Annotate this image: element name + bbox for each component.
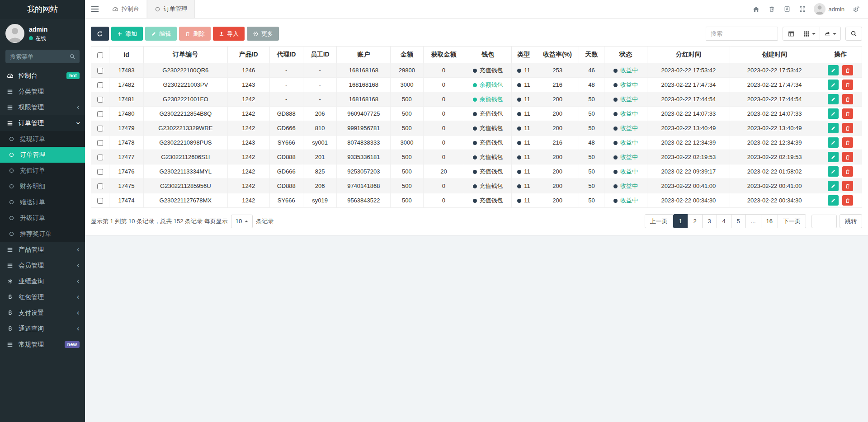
status-label: 收益中 — [620, 154, 638, 160]
user-menu[interactable]: admin — [810, 3, 848, 15]
page-number-button[interactable]: 1 — [673, 214, 688, 228]
search-icon — [850, 30, 857, 37]
sidebar-item-通道查询[interactable]: 通道查询 ‹ — [0, 321, 85, 337]
toolbar: 添加 编辑 删除 导入 更多 — [91, 27, 862, 41]
cell-wallet: 充值钱包 — [464, 121, 512, 136]
row-checkbox[interactable] — [97, 140, 103, 146]
sidebar-item-会员管理[interactable]: 会员管理 ‹ — [0, 258, 85, 273]
sidebar-item-支付设置[interactable]: 支付设置 ‹ — [0, 305, 85, 321]
column-header: 获取金额 — [423, 47, 464, 63]
sidebar-item-业绩查询[interactable]: 业绩查询 ‹ — [0, 273, 85, 289]
page-ellipsis-button[interactable]: ... — [745, 214, 761, 228]
sidebar-item-控制台[interactable]: 控制台 hot — [0, 68, 85, 84]
status-label: 收益中 — [620, 125, 638, 131]
cell-days: 50 — [579, 121, 604, 136]
page-number-button[interactable]: 16 — [761, 214, 778, 228]
row-edit-button[interactable] — [828, 181, 839, 191]
row-edit-button[interactable] — [828, 94, 839, 104]
jump-button[interactable]: 跳转 — [840, 214, 862, 228]
page-number-button[interactable]: 5 — [731, 214, 746, 228]
select-all-checkbox[interactable] — [97, 52, 103, 58]
cell-account: 168168168 — [337, 78, 391, 92]
language-button[interactable] — [779, 0, 795, 19]
cell-status: 收益中 — [604, 78, 647, 92]
sidebar-item-label: 权限管理 — [19, 103, 44, 112]
tab-dashboard[interactable]: 控制台 — [105, 0, 147, 18]
menu-search-input[interactable] — [5, 50, 80, 63]
table-search-input[interactable] — [706, 27, 778, 41]
tab-order-management[interactable]: 订单管理 — [147, 0, 195, 18]
row-checkbox[interactable] — [97, 82, 103, 88]
row-checkbox[interactable] — [97, 97, 103, 103]
edit-button[interactable]: 编辑 — [145, 27, 177, 41]
page-number-button[interactable]: 2 — [688, 214, 703, 228]
row-edit-button[interactable] — [828, 195, 839, 206]
clear-cache-button[interactable] — [764, 0, 779, 19]
row-delete-button[interactable] — [842, 94, 853, 104]
row-delete-button[interactable] — [842, 123, 853, 133]
cell-dividend-time: 2023-02-22 02:19:53 — [647, 150, 730, 164]
row-checkbox[interactable] — [97, 198, 103, 204]
row-delete-button[interactable] — [842, 195, 853, 206]
page-number-button[interactable]: 4 — [717, 214, 731, 228]
sidebar-subitem-财务明细[interactable]: 财务明细 — [0, 178, 85, 194]
sidebar-item-红包管理[interactable]: 红包管理 ‹ — [0, 289, 85, 305]
row-checkbox[interactable] — [97, 68, 103, 74]
sidebar-item-分类管理[interactable]: 分类管理 — [0, 84, 85, 99]
sidebar-subitem-提现订单[interactable]: 提现订单 — [0, 131, 85, 147]
sidebar-item-订单管理[interactable]: 订单管理 ‹ — [0, 115, 85, 131]
more-button[interactable]: 更多 — [247, 27, 279, 41]
sidebar-toggle-button[interactable] — [85, 0, 105, 18]
row-delete-button[interactable] — [842, 108, 853, 119]
row-edit-button[interactable] — [828, 166, 839, 177]
sidebar-subitem-升级订单[interactable]: 升级订单 — [0, 210, 85, 226]
import-button[interactable]: 导入 — [213, 27, 245, 41]
sidebar-item-产品管理[interactable]: 产品管理 ‹ — [0, 242, 85, 258]
settings-button[interactable] — [848, 0, 863, 19]
row-edit-button[interactable] — [828, 152, 839, 162]
row-delete-button[interactable] — [842, 181, 853, 191]
sidebar-subitem-推荐奖订单[interactable]: 推荐奖订单 — [0, 226, 85, 242]
row-checkbox[interactable] — [97, 111, 103, 117]
prev-page-button[interactable]: 上一页 — [645, 214, 673, 228]
row-edit-button[interactable] — [828, 108, 839, 119]
btc-icon — [5, 294, 14, 300]
row-edit-button[interactable] — [828, 137, 839, 148]
cell-rate: 200 — [536, 92, 579, 107]
row-checkbox[interactable] — [97, 126, 103, 131]
cell-select — [91, 179, 109, 193]
row-checkbox[interactable] — [97, 183, 103, 189]
row-delete-button[interactable] — [842, 137, 853, 148]
next-page-button[interactable]: 下一页 — [778, 214, 806, 228]
row-checkbox[interactable] — [97, 169, 103, 175]
row-edit-button[interactable] — [828, 65, 839, 75]
row-checkbox[interactable] — [97, 155, 103, 160]
circle-o-icon — [7, 215, 16, 221]
row-delete-button[interactable] — [842, 65, 853, 75]
pagination: 上一页 12345...16 下一页 跳转 — [645, 214, 862, 228]
row-delete-button[interactable] — [842, 166, 853, 177]
row-delete-button[interactable] — [842, 152, 853, 162]
sidebar-subitem-充值订单[interactable]: 充值订单 — [0, 163, 85, 178]
fullscreen-button[interactable] — [795, 0, 810, 19]
sidebar-item-权限管理[interactable]: 权限管理 ‹ — [0, 99, 85, 115]
cell-order-no: G23022210898PUS — [143, 136, 227, 150]
home-button[interactable] — [749, 0, 764, 19]
add-button[interactable]: 添加 — [111, 27, 143, 41]
detail-view-button[interactable] — [783, 27, 799, 41]
sidebar-subitem-赠送订单[interactable]: 赠送订单 — [0, 194, 85, 210]
jump-page-input[interactable] — [811, 215, 837, 228]
page-number-button[interactable]: 3 — [702, 214, 717, 228]
row-delete-button[interactable] — [842, 80, 853, 90]
sidebar-subitem-订单管理[interactable]: 订单管理 — [0, 147, 85, 163]
cell-product-id: 1246 — [227, 63, 269, 78]
sidebar-item-常规管理[interactable]: 常规管理 new — [0, 337, 85, 352]
row-edit-button[interactable] — [828, 123, 839, 133]
delete-button[interactable]: 删除 — [179, 27, 211, 41]
export-button[interactable] — [820, 27, 841, 41]
page-size-dropdown[interactable]: 10 — [231, 215, 253, 228]
refresh-button[interactable] — [91, 27, 109, 41]
search-toggle-button[interactable] — [845, 27, 862, 41]
row-edit-button[interactable] — [828, 80, 839, 90]
columns-button[interactable] — [799, 27, 820, 41]
